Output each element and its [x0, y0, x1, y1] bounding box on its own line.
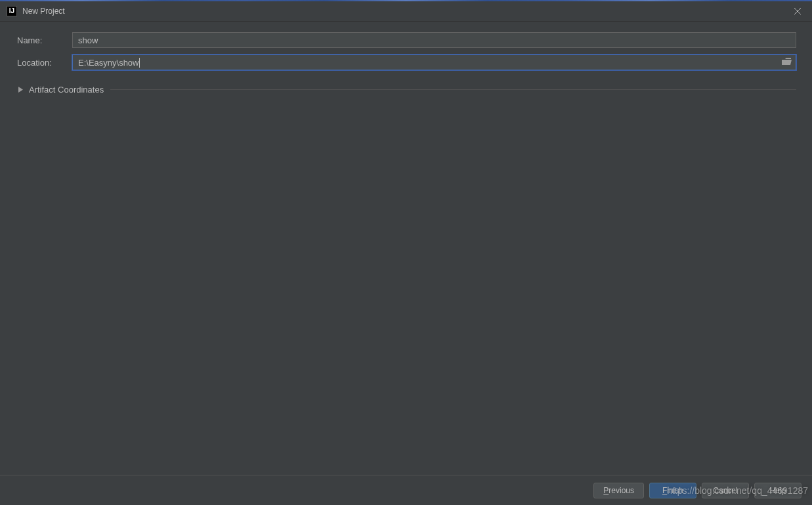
close-button[interactable] [782, 1, 812, 21]
location-row: Location: E:\Easyny\show [17, 54, 796, 71]
name-label: Name: [17, 35, 72, 45]
finish-button-label: Finish [662, 486, 683, 495]
previous-button[interactable]: Previous [593, 483, 644, 498]
text-caret [139, 58, 140, 68]
artifact-coordinates-expander[interactable]: Artifact Coordinates [17, 83, 796, 96]
chevron-right-icon [17, 86, 24, 93]
name-input[interactable]: show [72, 32, 796, 48]
expander-line [110, 89, 796, 90]
title-separator [0, 21, 812, 22]
location-input-value: E:\Easyny\show [78, 58, 139, 68]
name-input-value: show [78, 35, 98, 45]
help-button-label: Help [770, 486, 786, 495]
cancel-button-label: Cancel [713, 486, 737, 495]
svg-marker-2 [18, 87, 23, 93]
name-row: Name: show [17, 32, 796, 49]
title-bar[interactable]: IJ New Project [0, 1, 812, 21]
location-label: Location: [17, 58, 72, 68]
artifact-coordinates-label: Artifact Coordinates [29, 85, 104, 95]
button-bar: Previous Finish Cancel Help [0, 475, 812, 505]
app-icon: IJ [7, 6, 17, 16]
window-title: New Project [22, 7, 65, 16]
finish-button[interactable]: Finish [649, 483, 696, 498]
help-button[interactable]: Help [754, 483, 801, 498]
folder-icon [782, 58, 792, 68]
browse-button[interactable] [781, 58, 792, 67]
close-icon [794, 7, 801, 16]
form-area: Name: show Location: E:\Easyny\show [17, 32, 796, 76]
cancel-button[interactable]: Cancel [702, 483, 749, 498]
location-input[interactable]: E:\Easyny\show [72, 55, 796, 70]
previous-button-label: Previous [603, 486, 634, 495]
